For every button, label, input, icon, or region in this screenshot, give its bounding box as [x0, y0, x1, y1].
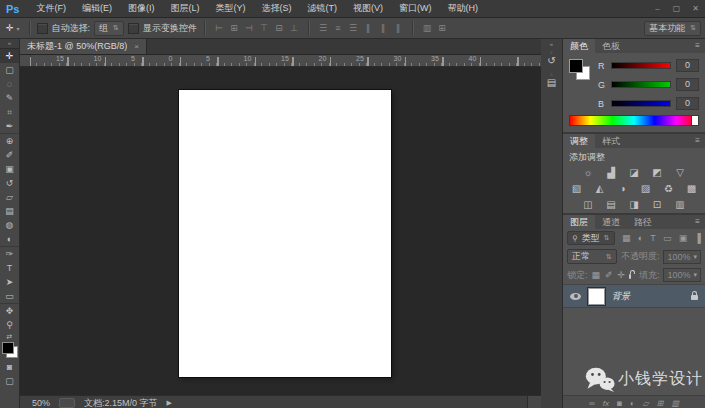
tab-layers[interactable]: 图层	[563, 215, 595, 229]
distribute-bottom-edges-icon[interactable]: ☰	[346, 23, 360, 33]
rectangular-marquee-tool-icon[interactable]: ▢	[0, 63, 19, 77]
filter-shape-layers-icon[interactable]: ▭	[663, 233, 672, 243]
minimize-button[interactable]: –	[648, 0, 667, 17]
color-spectrum-ramp[interactable]	[569, 115, 699, 126]
close-tab-icon[interactable]: ×	[134, 42, 139, 51]
filter-toggle-icon[interactable]: ▐	[695, 233, 701, 243]
rectangle-tool-icon[interactable]: ▭	[0, 289, 19, 304]
blend-mode-dropdown[interactable]: 正常 ⇅	[567, 249, 617, 264]
panel-menu-icon[interactable]: ≡	[690, 215, 705, 229]
zoom-tool-icon[interactable]: ⚲	[0, 318, 19, 332]
hand-tool-icon[interactable]: ✥	[0, 304, 19, 318]
type-tool-icon[interactable]: T	[0, 261, 19, 275]
document-tab[interactable]: 未标题-1 @ 50%(RGB/8) ×	[20, 39, 147, 54]
auto-select-checkbox[interactable]	[37, 23, 48, 34]
canvas-pasteboard[interactable]	[20, 67, 541, 395]
distribute-horizontal-centers-icon[interactable]: ∥	[376, 23, 390, 33]
align-bottom-edges-icon[interactable]: ⊥	[287, 23, 301, 33]
filter-pixel-layers-icon[interactable]: ▦	[622, 233, 631, 243]
menu-item[interactable]: 视图(V)	[345, 0, 391, 17]
menu-item[interactable]: 帮助(H)	[439, 0, 486, 17]
foreground-background-swatches[interactable]	[2, 342, 18, 358]
show-transform-checkbox[interactable]	[128, 23, 139, 34]
gradient-map-icon[interactable]: ▥	[674, 199, 687, 211]
expand-panels-button[interactable]: «	[550, 40, 553, 48]
channel-slider[interactable]	[611, 100, 671, 107]
hue-saturation-icon[interactable]: ▧	[570, 183, 583, 195]
panel-menu-icon[interactable]: ≡	[690, 134, 705, 148]
lock-image-pixels-icon[interactable]: ✐	[605, 270, 613, 280]
eyedropper-tool-icon[interactable]: ✒	[0, 119, 19, 134]
channel-mixer-icon[interactable]: ♻	[662, 183, 675, 195]
maximize-button[interactable]: ▢	[667, 0, 686, 17]
tab-swatches[interactable]: 色板	[595, 39, 627, 53]
menu-item[interactable]: 滤镜(T)	[299, 0, 345, 17]
invert-icon[interactable]: ◫	[582, 199, 595, 211]
auto-select-dropdown[interactable]: 组 ⇅	[94, 21, 124, 36]
panel-menu-icon[interactable]: ≡	[690, 39, 705, 53]
blur-tool-icon[interactable]: ◍	[0, 218, 19, 232]
filter-type-layers-icon[interactable]: T	[650, 233, 656, 243]
distribute-vertical-centers-icon[interactable]: ≡	[331, 23, 345, 33]
spot-healing-brush-tool-icon[interactable]: ⊕	[0, 134, 19, 148]
color-balance-icon[interactable]: ◭	[593, 183, 606, 195]
layer-thumbnail[interactable]	[588, 288, 605, 305]
channel-slider[interactable]	[611, 81, 671, 88]
gradient-tool-icon[interactable]: ▤	[0, 204, 19, 218]
move-tool-icon[interactable]: ✛	[0, 49, 19, 63]
vibrance-icon[interactable]: ▽	[674, 167, 687, 179]
pen-tool-icon[interactable]: ✑	[0, 247, 19, 261]
black-white-icon[interactable]: ◑	[616, 183, 629, 195]
levels-icon[interactable]: ▟	[605, 167, 618, 179]
opacity-field[interactable]: 100% ▾	[663, 250, 701, 264]
layer-filter-type-dropdown[interactable]: ⚲ 类型 ⇅	[567, 231, 615, 245]
tab-styles[interactable]: 样式	[595, 134, 627, 148]
link-layers-icon[interactable]: ∞	[589, 399, 595, 408]
quick-mask-button[interactable]: ◙	[0, 360, 19, 374]
menu-item[interactable]: 选择(S)	[253, 0, 299, 17]
menu-item[interactable]: 编辑(E)	[74, 0, 120, 17]
filter-adjustment-layers-icon[interactable]: ◐	[638, 233, 643, 243]
tab-paths[interactable]: 路径	[627, 215, 659, 229]
workspace-dropdown[interactable]: 基本功能 ⇅	[644, 21, 701, 36]
layer-style-icon[interactable]: fx	[603, 399, 609, 408]
dodge-tool-icon[interactable]: ◐	[0, 232, 19, 247]
tab-color[interactable]: 颜色	[563, 39, 595, 53]
align-horizontal-centers-icon[interactable]: ⊞	[227, 23, 241, 33]
panel-color-swatches[interactable]	[569, 59, 590, 80]
channel-value-field[interactable]: 0	[676, 97, 699, 110]
document-canvas[interactable]	[179, 90, 391, 377]
color-lookup-icon[interactable]: ▩	[685, 183, 698, 195]
close-button[interactable]: ✕	[686, 0, 705, 17]
photo-filter-icon[interactable]: ▨	[639, 183, 652, 195]
channel-slider[interactable]	[611, 62, 671, 69]
align-right-edges-icon[interactable]: ⊣	[242, 23, 256, 33]
tab-channels[interactable]: 通道	[595, 215, 627, 229]
collapse-tools-button[interactable]: »	[0, 39, 19, 49]
clone-stamp-tool-icon[interactable]: ▣	[0, 162, 19, 176]
eraser-tool-icon[interactable]: ▱	[0, 190, 19, 204]
swap-colors-icon[interactable]: ⇄	[7, 333, 13, 341]
menu-item[interactable]: 图像(I)	[120, 0, 163, 17]
background-layer-row[interactable]: 背景	[563, 284, 705, 308]
active-tool-badge[interactable]: ✛ ▾	[4, 23, 22, 33]
layer-visibility-eye-icon[interactable]	[570, 293, 581, 300]
new-adjustment-layer-icon[interactable]: ◐	[630, 399, 635, 408]
menu-item[interactable]: 类型(Y)	[207, 0, 253, 17]
exposure-icon[interactable]: ◩	[651, 167, 664, 179]
selective-color-icon[interactable]: ⊡	[651, 199, 664, 211]
menu-item[interactable]: 文件(F)	[28, 0, 74, 17]
zoom-level-field[interactable]: 50%	[32, 398, 50, 408]
quick-selection-tool-icon[interactable]: ✎	[0, 91, 19, 105]
new-layer-icon[interactable]: ⊞	[657, 399, 664, 408]
spectrum-white-endcap[interactable]	[691, 116, 698, 125]
fill-field[interactable]: 100% ▾	[663, 268, 701, 282]
distribute-right-edges-icon[interactable]: ∥	[391, 23, 405, 33]
add-layer-mask-icon[interactable]: ◙	[617, 399, 622, 408]
history-panel-button[interactable]: ⠿ ↺	[542, 48, 561, 70]
status-menu-arrow-icon[interactable]: ▶	[167, 399, 172, 407]
channel-value-field[interactable]: 0	[676, 78, 699, 91]
3d-mode-icon[interactable]: ⊞	[435, 23, 449, 33]
tab-adjustments[interactable]: 调整	[563, 134, 595, 148]
foreground-color-swatch[interactable]	[569, 59, 583, 73]
